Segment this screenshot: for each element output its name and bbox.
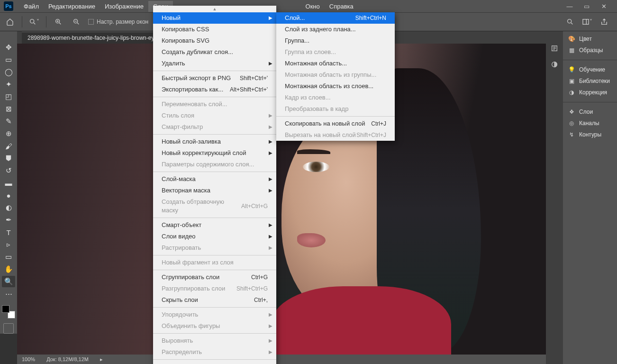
menu-item-label: Смарт-объект [162, 221, 201, 229]
panel-color[interactable]: 🎨Цвет [563, 33, 617, 45]
blur-tool[interactable]: ● [2, 190, 15, 201]
menu-item[interactable]: Векторная маска▶ [153, 185, 276, 196]
maximize-button[interactable]: ▭ [581, 2, 592, 10]
menu-item-label: Разгруппировать слои [162, 284, 225, 293]
rectangle-tool[interactable]: ▭ [2, 251, 15, 263]
history-brush-tool[interactable]: ↺ [2, 165, 15, 176]
resize-windows-checkbox[interactable]: Настр. размер окон [88, 18, 148, 25]
color-swatches[interactable] [2, 305, 15, 318]
panel-paths[interactable]: ↯Контуры [563, 129, 617, 140]
zoom-in-icon[interactable] [52, 16, 64, 28]
menu-item[interactable]: Экспортировать как...Alt+Shift+Ctrl+' [153, 84, 276, 95]
menu-separator [153, 359, 276, 360]
menu-item[interactable]: Копировать SVG [153, 35, 276, 46]
menu-item[interactable]: Новый корректирующий слой▶ [153, 147, 276, 159]
menu-item[interactable]: Быстрый экспорт в PNGShift+Ctrl+' [153, 73, 276, 84]
pen-tool[interactable]: ✒ [2, 214, 15, 226]
menu-item[interactable]: Копировать CSS [153, 24, 276, 35]
workspace-icon[interactable]: ˅ [581, 16, 593, 28]
status-arrow-icon[interactable]: ▸ [100, 356, 103, 363]
gradient-tool[interactable]: ▬ [2, 177, 15, 189]
menu-shortcut: Shift+Ctrl+G [236, 284, 268, 293]
menu-item[interactable]: Группа... [276, 35, 395, 46]
menu-item[interactable]: Закрепить слои...Ctrl+/ [153, 361, 276, 364]
menu-item-label: Растрировать [162, 244, 201, 252]
menu-item: Вырезать на новый слойShift+Ctrl+J [276, 129, 395, 141]
crop-tool[interactable]: ◰ [2, 91, 15, 102]
menu-shortcut: Shift+Ctrl+J [356, 131, 386, 139]
type-tool[interactable]: T [2, 227, 15, 238]
menu-item[interactable]: Скрыть слоиCtrl+, [153, 294, 276, 306]
menu-separator [153, 71, 276, 71]
menu-item[interactable]: Удалить▶ [153, 58, 276, 69]
menu-separator [153, 333, 276, 334]
stamp-tool[interactable]: ⛊ [2, 153, 15, 164]
search-icon[interactable] [564, 16, 576, 28]
dodge-tool[interactable]: ◐ [2, 202, 15, 213]
foreground-color-swatch[interactable] [2, 305, 9, 313]
marquee-tool[interactable]: ▭ [2, 54, 15, 65]
doc-size[interactable]: Док: 8,12M/8,12M [46, 356, 89, 362]
move-tool[interactable]: ✥ [2, 42, 15, 53]
menu-item[interactable]: Слой-маска▶ [153, 173, 276, 185]
menu-image[interactable]: Изображение [100, 1, 148, 12]
menu-item[interactable]: Сгруппировать слоиCtrl+G [153, 272, 276, 283]
edit-toolbar[interactable]: ⋯ [2, 288, 15, 300]
minimize-button[interactable]: — [564, 2, 575, 10]
healing-tool[interactable]: ⊕ [2, 128, 15, 139]
panel-swatches[interactable]: ▦Образцы [563, 45, 617, 56]
menu-separator [153, 270, 276, 270]
panel-adjustments[interactable]: ◑Коррекция [563, 87, 617, 98]
menu-item[interactable]: Новый▶ [153, 12, 276, 24]
frame-tool[interactable]: ⊠ [2, 103, 15, 115]
menu-item[interactable]: Монтажная область... [276, 58, 395, 69]
panel-channels[interactable]: ◎Каналы [563, 118, 617, 129]
menu-bar: Ps Файл Редактирование Изображение Слои … [0, 0, 617, 12]
hand-tool[interactable]: ✋ [2, 264, 15, 275]
submenu-arrow-icon: ▶ [269, 137, 272, 146]
scroll-up-arrow[interactable]: ▲ [153, 6, 276, 12]
submenu-arrow-icon: ▶ [269, 111, 272, 120]
submenu-arrow-icon: ▶ [269, 175, 272, 183]
panel-layers[interactable]: ❖Слои [563, 106, 617, 118]
panel-learn[interactable]: 💡Обучение [563, 64, 617, 75]
menu-item[interactable]: Новый слой-заливка▶ [153, 136, 276, 147]
menu-help[interactable]: Справка [325, 1, 358, 12]
close-button[interactable]: ✕ [598, 2, 609, 10]
menu-file[interactable]: Файл [19, 1, 44, 12]
menu-item[interactable]: Слой...Shift+Ctrl+N [276, 12, 395, 24]
quick-select-tool[interactable]: ✦ [2, 79, 15, 90]
menu-item[interactable]: Скопировать на новый слойCtrl+J [276, 118, 395, 129]
menu-item[interactable]: Слой из заднего плана... [276, 24, 395, 35]
eyedropper-tool[interactable]: ✎ [2, 116, 15, 127]
panel-libraries[interactable]: ▣Библиотеки [563, 75, 617, 87]
adjustments-icon[interactable] [549, 59, 560, 70]
menu-item: Разгруппировать слоиShift+Ctrl+G [153, 283, 276, 294]
zoom-out-icon[interactable] [70, 16, 82, 28]
menu-item-label: Новый слой-заливка [162, 137, 221, 146]
brush-tool[interactable]: 🖌 [2, 140, 15, 152]
menu-item[interactable]: Создать дубликат слоя... [153, 46, 276, 58]
lasso-tool[interactable]: ◯ [2, 66, 15, 78]
submenu-arrow-icon: ▶ [269, 149, 272, 157]
panel-label: Обучение [579, 66, 605, 73]
panel-label: Каналы [579, 120, 599, 127]
share-icon[interactable] [598, 16, 610, 28]
path-select-tool[interactable]: ▹ [2, 239, 15, 250]
zoom-tool-icon[interactable]: ˅ [28, 16, 40, 28]
menu-item[interactable]: Слои видео▶ [153, 231, 276, 242]
menu-item: Объединить фигуры▶ [153, 320, 276, 332]
document-tab[interactable]: 2898989-women-brunette-face-juicy-lips-b… [22, 32, 163, 44]
menu-edit[interactable]: Редактирование [44, 1, 100, 12]
properties-icon[interactable] [549, 43, 560, 54]
menu-window[interactable]: Окно [301, 1, 325, 12]
zoom-level[interactable]: 100% [22, 356, 35, 362]
palette-icon: 🎨 [568, 36, 575, 42]
menu-item[interactable]: Смарт-объект▶ [153, 219, 276, 231]
menu-item-label: Группа из слоев... [285, 48, 336, 56]
zoom-tool[interactable]: 🔍 [2, 276, 15, 287]
svg-point-0 [30, 19, 34, 23]
home-icon[interactable] [4, 16, 16, 28]
menu-item[interactable]: Монтажная область из слоев... [276, 81, 395, 92]
quick-mask-toggle[interactable] [3, 323, 14, 334]
